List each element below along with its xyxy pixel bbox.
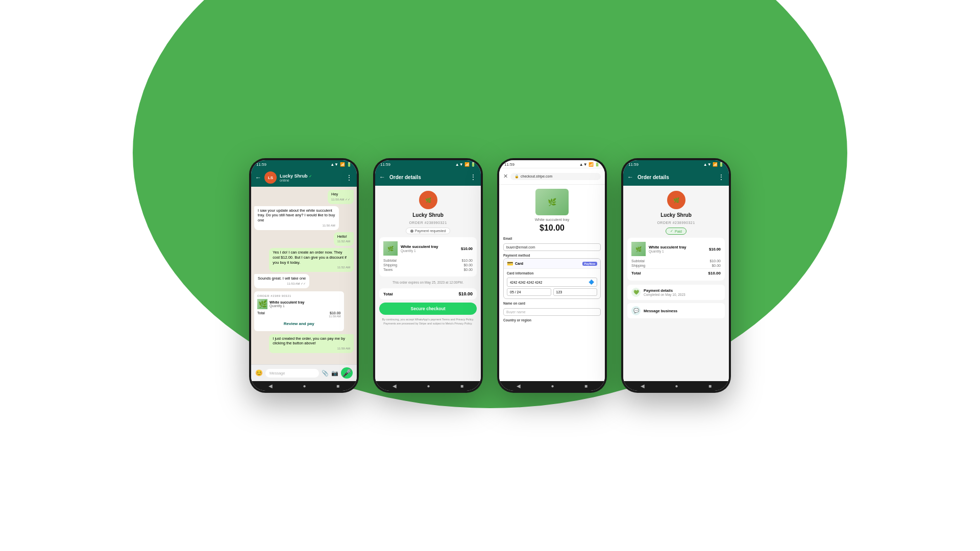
phone-1-whatsapp: 11:59 ▲▼ 📶 🔋 ← LS Lucky Shrub ✓ online [249, 158, 359, 393]
od-body-4: 🌿 Lucky Shrub ORDER #238990321 ✓ Paid 🌿 … [623, 186, 729, 381]
message-business-row[interactable]: 💬 Message business [627, 303, 725, 318]
message-input[interactable]: Message [265, 369, 319, 378]
bot-message: I just created the order, you can pay me… [269, 334, 354, 353]
message-business-icon: 💬 [631, 306, 641, 315]
brand-logo-2: 🌿 [419, 191, 437, 209]
card-option[interactable]: 💳 Card PayNow [504, 259, 600, 269]
card-number-field[interactable]: 4242 4242 4242 4242 🔷 [507, 278, 597, 287]
status-bar-3: 11:59 ▲▼ 📶 🔋 [499, 160, 605, 168]
stripe-browser-header: ✕ 🔒 checkout.stripe.com [499, 168, 605, 185]
name-on-card-input[interactable] [503, 308, 601, 316]
order-total-bar: Total $10.00 [379, 288, 477, 299]
payment-details-row: 💚 Payment details Completed on May 10, 2… [627, 285, 725, 300]
product-thumb-4: 🌿 [631, 242, 646, 256]
card-icon: 💳 [507, 261, 513, 266]
camera-icon[interactable]: 📷 [331, 370, 338, 377]
mic-icon[interactable]: 🎤 [341, 367, 353, 379]
wa-input-bar: 😊 Message 📎 📷 🎤 [251, 364, 357, 381]
product-image-stripe: 🌿 [535, 189, 569, 215]
recent-nav-button-3[interactable]: ■ [584, 383, 587, 389]
more-options-4-icon[interactable]: ⋮ [718, 173, 725, 181]
message-business-label: Message business [644, 309, 677, 313]
payment-method-label: Payment method [503, 254, 601, 257]
status-dot-icon [410, 230, 413, 233]
order-card-4: 🌿 White succulent tray Quantity 1 $10.00… [627, 238, 725, 281]
brand-name-4: Lucky Shrub [660, 212, 692, 218]
status-bar-2: 11:59 ▲▼ 📶 🔋 [375, 160, 481, 168]
product-thumb-2: 🌿 [383, 241, 398, 256]
message-bubble-out-3: Yes I do! I can create an order now. The… [269, 248, 354, 272]
home-nav-button-2[interactable]: ● [427, 383, 430, 389]
home-nav-button-4[interactable]: ● [675, 383, 678, 389]
message-bubble-out-1: Hey 11:50 AM ✓✓ [328, 190, 354, 204]
back-nav-button-3[interactable]: ◀ [517, 383, 521, 389]
bottom-nav-4: ◀ ● ■ [623, 381, 729, 391]
back-nav-button[interactable]: ◀ [268, 383, 273, 389]
status-bar-1: 11:59 ▲▼ 📶 🔋 [251, 160, 357, 168]
avatar-1: LS [264, 171, 277, 184]
order-card-2: 🌿 White succulent tray Quantity 1 $10.00… [379, 237, 477, 277]
order-details-title: Order details [389, 174, 465, 180]
bottom-nav-1: ◀ ● ■ [251, 381, 357, 391]
contact-name: Lucky Shrub ✓ [280, 173, 342, 179]
payment-method-box: 💳 Card PayNow Card information 4242 4242… [503, 258, 601, 299]
phone-2-order-details: 11:59 ▲▼ 📶 🔋 ← Order details ⋮ 🌿 Lucky S… [373, 158, 483, 393]
secure-checkout-button[interactable]: Secure checkout [379, 303, 477, 315]
attachment-icon[interactable]: 📎 [322, 370, 329, 377]
order-details-title-4: Order details [638, 174, 714, 180]
phone-3-stripe: 11:59 ▲▼ 📶 🔋 ✕ 🔒 checkout.stripe.com 🌿 W… [497, 158, 607, 393]
terms-text: By continuing, you accept WhatsApp's pay… [379, 318, 477, 325]
od-header-2: ← Order details ⋮ [375, 168, 481, 186]
card-cvc-field[interactable]: 123 [553, 288, 598, 296]
brand-logo-4: 🌿 [667, 191, 685, 209]
contact-status: online [280, 179, 342, 182]
recent-nav-button-4[interactable]: ■ [708, 383, 712, 389]
stripe-body: 🌿 White succulent tray $10.00 Email Paym… [499, 185, 605, 381]
recent-nav-button-2[interactable]: ■ [460, 383, 463, 389]
more-options-icon[interactable]: ⋮ [346, 173, 353, 182]
home-nav-button[interactable]: ● [303, 383, 306, 389]
message-bubble-in-1: I saw your update about the white succul… [254, 206, 339, 230]
phone-4-paid: 11:59 ▲▼ 📶 🔋 ← Order details ⋮ 🌿 Lucky S… [621, 158, 731, 393]
bottom-nav-2: ◀ ● ■ [375, 381, 481, 391]
brand-name-2: Lucky Shrub [412, 212, 444, 218]
payment-details-title: Payment details [644, 288, 685, 293]
home-nav-button-3[interactable]: ● [551, 383, 554, 389]
email-input-stripe[interactable] [503, 243, 601, 251]
url-bar[interactable]: 🔒 checkout.stripe.com [510, 173, 601, 180]
recent-nav-button[interactable]: ■ [336, 383, 339, 389]
message-bubble-out-2: Hello! 11:52 AM [334, 232, 354, 246]
time-1: 11:59 [256, 162, 266, 167]
back-nav-button-2[interactable]: ◀ [393, 383, 397, 389]
back-nav-button-4[interactable]: ◀ [641, 383, 645, 389]
product-price-stripe: $10.00 [503, 223, 601, 233]
card-expiry-field[interactable]: 05 / 24 [507, 288, 551, 296]
phones-container: 11:59 ▲▼ 📶 🔋 ← LS Lucky Shrub ✓ online [0, 0, 980, 551]
product-thumb-1: 🌿 [257, 299, 267, 309]
emoji-icon[interactable]: 😊 [255, 369, 263, 377]
payment-status-badge-2: Payment requested [406, 228, 451, 234]
back-arrow-icon[interactable]: ← [255, 174, 261, 181]
message-bubble-in-2: Sounds great. I will take one 11:53 AM ✓… [254, 274, 309, 288]
paid-badge: ✓ Paid [666, 228, 687, 235]
od-body-2: 🌿 Lucky Shrub ORDER #238990321 Payment r… [375, 186, 481, 381]
chat-area: Hey 11:50 AM ✓✓ I saw your update about … [251, 187, 357, 364]
card-fields: Card information 4242 4242 4242 4242 🔷 0… [504, 269, 600, 298]
order-number-4: ORDER #238990321 [657, 221, 695, 224]
check-icon: ✓ [670, 229, 673, 233]
close-tab-icon[interactable]: ✕ [503, 173, 508, 180]
verified-icon: ✓ [309, 174, 312, 178]
paynow-badge: PayNow [582, 262, 597, 266]
back-arrow-4-icon[interactable]: ← [627, 173, 633, 181]
status-bar-4: 11:59 ▲▼ 📶 🔋 [623, 160, 729, 168]
payment-details-subtitle: Completed on May 10, 2023 [644, 293, 685, 296]
review-and-pay-button[interactable]: Review and pay [257, 319, 341, 328]
status-icons-1: ▲▼ 📶 🔋 [330, 162, 352, 167]
back-arrow-2-icon[interactable]: ← [379, 173, 385, 181]
order-number-2: ORDER #238990321 [409, 221, 447, 224]
bottom-nav-3: ◀ ● ■ [499, 381, 605, 391]
order-card: ORDER #2389 90321 🌿 White succulent tray… [254, 291, 344, 331]
wa-header: ← LS Lucky Shrub ✓ online ⋮ [251, 168, 357, 187]
more-options-2-icon[interactable]: ⋮ [470, 173, 477, 181]
order-expiry: This order expires on May 25, 2023 at 12… [393, 281, 463, 284]
